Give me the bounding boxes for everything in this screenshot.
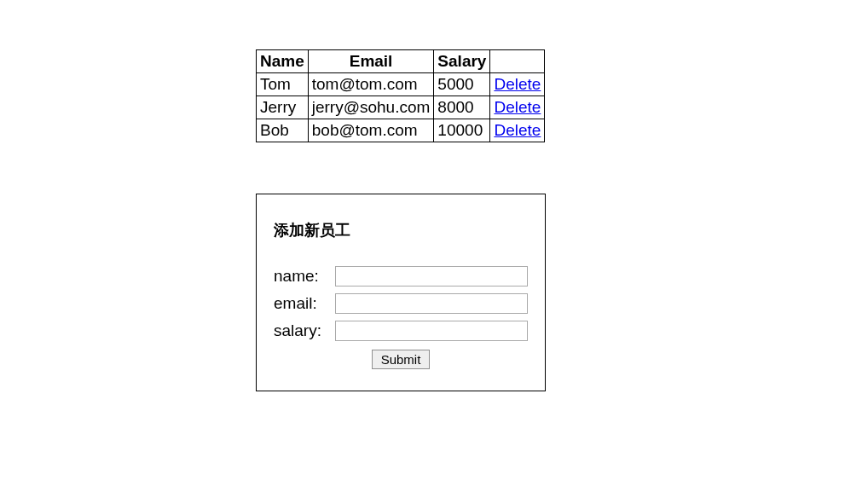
name-field[interactable] xyxy=(335,266,528,287)
header-email: Email xyxy=(308,50,434,73)
cell-name: Bob xyxy=(257,119,309,142)
cell-email: jerry@sohu.com xyxy=(308,96,434,119)
cell-name: Tom xyxy=(257,73,309,96)
table-row: Jerry jerry@sohu.com 8000 Delete xyxy=(257,96,545,119)
delete-link[interactable]: Delete xyxy=(494,121,541,139)
cell-salary: 8000 xyxy=(434,96,490,119)
name-label: name: xyxy=(274,267,335,286)
form-title: 添加新员工 xyxy=(274,220,528,240)
salary-field[interactable] xyxy=(335,321,528,341)
employee-table: Name Email Salary Tom tom@tom.com 5000 D… xyxy=(256,49,545,142)
cell-salary: 10000 xyxy=(434,119,490,142)
cell-salary: 5000 xyxy=(434,73,490,96)
email-field[interactable] xyxy=(335,293,528,314)
header-salary: Salary xyxy=(434,50,490,73)
cell-email: tom@tom.com xyxy=(308,73,434,96)
cell-email: bob@tom.com xyxy=(308,119,434,142)
header-action xyxy=(490,50,545,73)
delete-link[interactable]: Delete xyxy=(494,75,541,93)
delete-link[interactable]: Delete xyxy=(494,98,541,116)
header-name: Name xyxy=(257,50,309,73)
submit-button[interactable]: Submit xyxy=(372,350,431,369)
cell-name: Jerry xyxy=(257,96,309,119)
salary-label: salary: xyxy=(274,321,335,340)
table-row: Tom tom@tom.com 5000 Delete xyxy=(257,73,545,96)
email-label: email: xyxy=(274,294,335,313)
table-row: Bob bob@tom.com 10000 Delete xyxy=(257,119,545,142)
table-header-row: Name Email Salary xyxy=(257,50,545,73)
add-employee-form: 添加新员工 name: email: salary: Submit xyxy=(256,194,546,391)
